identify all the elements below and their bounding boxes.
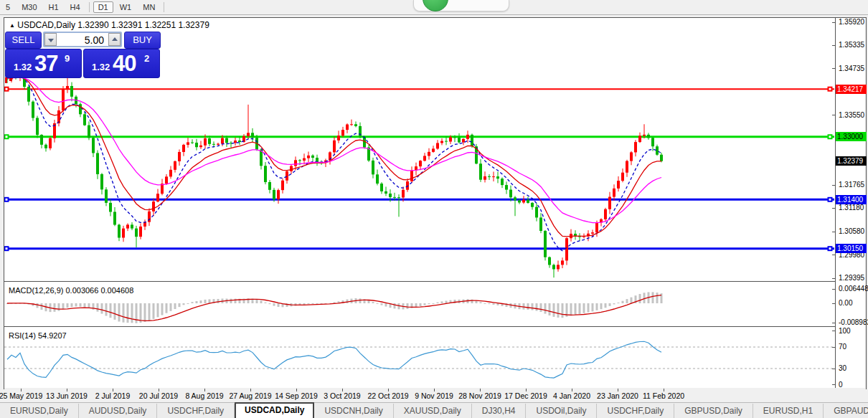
rsi-chart-canvas[interactable] [4,329,835,388]
date-axis-label: 4 Jan 2020 [553,391,590,400]
macd-histogram-bar [536,303,538,311]
candle-body [613,189,615,197]
timeframe-button-5[interactable]: 5 [1,1,15,13]
macd-axis-label: 0.006448 [839,285,868,293]
chart-title: ▲ USDCAD,Daily 1.32390 1.32391 1.32251 1… [9,20,209,30]
sell-button[interactable]: SELL [5,32,42,49]
macd-histogram-bar [407,303,409,309]
macd-histogram-bar [441,301,443,303]
price-axis-tick [832,22,835,23]
chart-tab-dj30-h4[interactable]: DJ30,H4 [472,404,527,418]
macd-histogram-bar [385,303,387,307]
volume-increase-button[interactable] [108,33,121,46]
chart-tab-eurusd-h1[interactable]: EURUSD,H1 [753,404,824,418]
buy-price-tile[interactable]: 1.32 40 2 [83,49,160,78]
date-axis-label: 23 Jan 2020 [597,391,638,400]
chart-tab-bar: EURUSD,DailyAUDUSD,DailyUSDCHF,DailyUSDC… [0,402,868,418]
macd-histogram-bar [428,303,430,304]
candle-body [376,174,379,184]
macd-histogram-bar [71,303,73,307]
macd-histogram-bar [553,303,555,317]
macd-histogram-bar [372,302,374,303]
candle-body [458,138,461,143]
candle-body [428,152,430,156]
record-button-icon[interactable] [423,0,448,11]
price-axis-tick [832,68,835,69]
macd-axis-tick [832,323,835,323]
macd-histogram-bar [174,303,176,309]
line-handle-center [6,199,8,201]
chart-tab-usdoil-daily[interactable]: USDOil,Daily [526,404,597,418]
macd-histogram-bar [489,303,491,304]
arrow-down-icon [48,39,54,42]
macd-histogram-bar [471,300,473,303]
macd-histogram-bar [549,303,551,315]
macd-histogram-bar [67,303,69,308]
buy-button[interactable]: BUY [124,32,161,49]
candle-body [199,146,202,147]
macd-histogram-bar [415,303,418,308]
chart-tab-audusd-daily[interactable]: AUDUSD,Daily [79,404,158,418]
macd-histogram-bar [532,303,534,310]
candle-body [527,200,529,203]
symbol-period-label: USDCAD,Daily [17,20,75,30]
macd-histogram-bar [605,303,607,308]
macd-histogram-bar [144,303,146,322]
candle-body [307,156,310,158]
chart-tab-xauusd-daily[interactable]: XAUUSD,Daily [394,404,472,418]
chart-object-marker [9,78,12,81]
chart-tab-usdchf-daily[interactable]: USDCHF,Daily [157,404,235,418]
chart-tab-eurusd-daily[interactable]: EURUSD,Daily [0,404,79,418]
sell-price-sup: 9 [65,53,70,64]
macd-histogram-bar [540,303,542,312]
date-axis[interactable]: 25 May 201913 Jun 20192 Jul 201920 Jul 2… [0,389,868,402]
candle-body [410,171,413,181]
candle-body [574,234,577,236]
candle-body [109,203,112,212]
buy-price-sup: 2 [144,53,149,64]
macd-label: MACD(12,26,9) 0.003066 0.004608 [9,286,133,295]
timeframe-button-w1[interactable]: W1 [115,1,137,13]
candle-body [397,197,400,198]
macd-histogram-bar [394,303,396,308]
candle-body [453,137,456,138]
chart-tab-usdcnh-daily[interactable]: USDCNH,Daily [314,404,393,418]
candle-body [449,137,452,141]
macd-histogram-bar [377,303,379,304]
candle-body [273,190,275,199]
chart-tab-gbpaud-h1[interactable]: GBPAUD,H1 [824,404,868,418]
timeframe-button-m30[interactable]: M30 [16,1,42,13]
candle-body [277,190,280,199]
recording-overlay [413,0,509,11]
timeframe-button-d1[interactable]: D1 [93,1,113,13]
candle-body [660,155,663,161]
chart-tab-usdchf-daily[interactable]: USDCHF,Daily [597,404,674,418]
volume-decrease-button[interactable] [44,33,57,46]
chart-tab-usdcad-daily[interactable]: USDCAD,Daily [235,402,314,418]
macd-histogram-bar [157,303,159,317]
timeframe-button-mn[interactable]: MN [138,1,160,13]
volume-input[interactable] [57,33,108,46]
candle-body [195,143,198,147]
date-axis-label: 17 Dec 2019 [504,391,547,400]
rsi-axis-label: 70 [839,343,846,351]
level-price-tag: 1.33000 [836,132,867,141]
candle-body [630,152,633,161]
timeframe-button-h4[interactable]: H4 [65,1,85,13]
candle-body [208,138,211,144]
sell-price-tile[interactable]: 1.32 37 9 [5,49,82,78]
candle-body [471,135,473,146]
candle-body [264,166,267,182]
moving-average-line-12 [7,77,661,237]
macd-histogram-bar [273,303,275,306]
candle-body [83,114,86,125]
timeframe-button-h1[interactable]: H1 [44,1,64,13]
price-axis-label: 1.35335 [839,42,864,49]
collapse-triangle-icon[interactable]: ▲ [9,22,15,29]
macd-histogram-bar [609,303,611,306]
macd-histogram-bar [127,303,129,323]
rsi-axis-tick [832,384,835,385]
macd-histogram-bar [437,303,439,303]
candle-body [191,142,194,143]
chart-tab-gbpusd-daily[interactable]: GBPUSD,Daily [674,404,753,418]
